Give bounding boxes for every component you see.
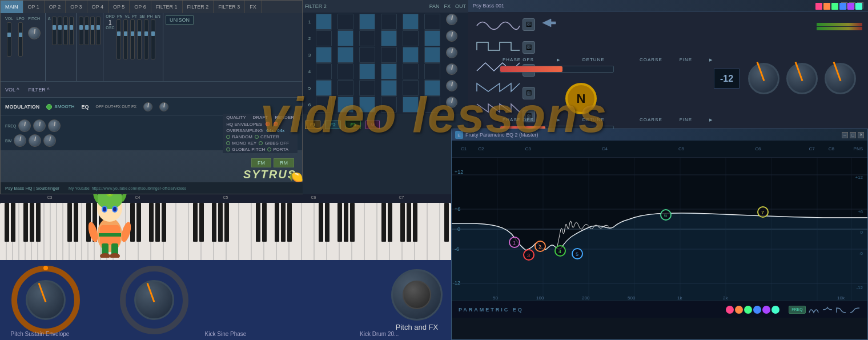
step-cell[interactable] [359, 14, 375, 30]
step-cell[interactable] [381, 47, 397, 63]
step-cell[interactable] [381, 97, 397, 113]
ph-slider[interactable] [144, 19, 148, 59]
dice-icon-4[interactable]: ⚄ [523, 87, 535, 99]
adsr2-s-slider[interactable] [90, 17, 95, 45]
curve-icon-2[interactable] [822, 306, 833, 314]
step-knob[interactable] [446, 47, 457, 58]
curve-icon-3[interactable] [835, 306, 847, 314]
tab-filter2[interactable]: FILTER 2 [183, 1, 214, 13]
step-knob[interactable] [446, 30, 457, 42]
phase-arrows-icon[interactable] [540, 16, 557, 30]
step-cell[interactable] [337, 97, 353, 113]
smooth-radio[interactable] [46, 104, 52, 110]
step-cell[interactable] [403, 63, 419, 79]
step-cell[interactable] [359, 30, 375, 46]
porta-radio[interactable] [267, 147, 271, 151]
lfo-slider[interactable] [18, 22, 23, 57]
freq-knob3[interactable] [48, 119, 61, 132]
step-cell[interactable] [316, 97, 332, 113]
step-cell[interactable] [316, 80, 332, 96]
vl-slider[interactable] [123, 19, 128, 59]
step-cell[interactable] [316, 63, 332, 79]
rm-button[interactable]: RM [274, 158, 294, 167]
bw-knob[interactable] [14, 134, 26, 147]
tab-fx[interactable]: FX [245, 1, 262, 13]
dice-icon-2[interactable]: ⚄ [523, 41, 535, 54]
eq2-maximize-btn[interactable]: □ [850, 132, 856, 138]
step-cell[interactable] [316, 14, 332, 30]
channel-dot-2[interactable] [735, 306, 743, 314]
step-cell[interactable] [337, 63, 353, 79]
f1-btn[interactable]: F1 [305, 121, 320, 129]
pt-slider[interactable] [130, 19, 135, 59]
channel-dot-5[interactable] [762, 306, 770, 314]
fm-button[interactable]: FM [251, 158, 271, 167]
tab-main[interactable]: MAIN [1, 1, 23, 13]
tab-op3[interactable]: OP 3 [66, 1, 87, 13]
freq-knob[interactable] [18, 119, 31, 132]
step-cell[interactable] [381, 30, 397, 46]
pitch-knob[interactable] [28, 27, 41, 39]
adsr2-a-slider[interactable] [79, 17, 83, 45]
y-knob[interactable] [159, 102, 168, 111]
step-cell[interactable] [424, 14, 440, 30]
en-slider[interactable] [151, 19, 155, 59]
step-cell[interactable] [316, 30, 332, 46]
step-cell[interactable] [359, 97, 375, 113]
tab-op5[interactable]: OP 5 [108, 1, 130, 13]
x64-label[interactable]: 64x [266, 128, 274, 133]
random-radio[interactable] [226, 135, 230, 139]
step-cell[interactable] [403, 14, 419, 30]
pitch-fx-knob[interactable] [391, 269, 443, 321]
step-cell[interactable] [403, 47, 419, 63]
coarse-knob-2[interactable] [786, 63, 818, 94]
channel-dot-1[interactable] [726, 306, 734, 314]
adsr1-a-slider[interactable] [52, 17, 57, 45]
tab-op6[interactable]: OP 6 [130, 1, 151, 13]
eq2-minimize-btn[interactable]: ─ [842, 132, 848, 138]
step-cell[interactable] [359, 47, 375, 63]
tab-op4[interactable]: OP 4 [87, 1, 108, 13]
adsr2-r-slider[interactable] [96, 17, 101, 45]
adsr1-s-slider[interactable] [63, 17, 68, 45]
x-knob[interactable] [143, 102, 152, 111]
tab-op2[interactable]: OP 2 [45, 1, 66, 13]
unison-btn[interactable]: UNISON [166, 15, 194, 25]
step-cell[interactable] [403, 30, 419, 46]
step-cell[interactable] [381, 80, 397, 96]
bw-knob2[interactable] [29, 134, 41, 147]
step-knob[interactable] [446, 97, 457, 108]
phase-slider-1[interactable] [500, 66, 614, 73]
curve-icon-4[interactable] [849, 306, 861, 314]
step-cell[interactable] [424, 30, 440, 46]
center-radio[interactable] [255, 135, 259, 139]
step-cell[interactable] [359, 63, 375, 79]
f2-btn[interactable]: F2 [325, 121, 340, 129]
pn-slider[interactable] [116, 19, 121, 59]
freq-knob2[interactable] [33, 119, 46, 132]
gibbs-radio[interactable] [259, 141, 263, 145]
bw-knob3[interactable] [43, 134, 56, 147]
step-cell[interactable] [424, 47, 440, 63]
step-cell[interactable] [424, 80, 440, 96]
step-knob[interactable] [446, 14, 457, 25]
tab-filter3[interactable]: FILTER 3 [214, 1, 245, 13]
step-knob[interactable] [446, 63, 457, 75]
adsr1-d-slider[interactable] [58, 17, 62, 45]
eq-freq-btn[interactable]: FREQ [789, 306, 806, 314]
tab-op1[interactable]: OP 1 [23, 1, 45, 13]
hq-env-indicator2[interactable] [274, 122, 278, 126]
youtube-link[interactable]: My Youtube: https://www.youtube.com/@sou… [69, 186, 186, 190]
m-btn[interactable]: M [365, 121, 380, 129]
step-cell[interactable] [424, 63, 440, 79]
step-knob[interactable] [446, 80, 457, 91]
global-pitch-radio[interactable] [226, 147, 230, 151]
hq-env-indicator[interactable] [266, 122, 270, 126]
tab-filter1[interactable]: FILTER 1 [151, 1, 183, 13]
f3-btn[interactable]: F3 [345, 121, 361, 129]
pitch-sustain-knob[interactable] [26, 280, 66, 320]
adsr1-r-slider[interactable] [69, 17, 74, 45]
channel-dot-3[interactable] [744, 306, 752, 314]
step-cell[interactable] [403, 97, 419, 113]
channel-dot-6[interactable] [771, 306, 779, 314]
